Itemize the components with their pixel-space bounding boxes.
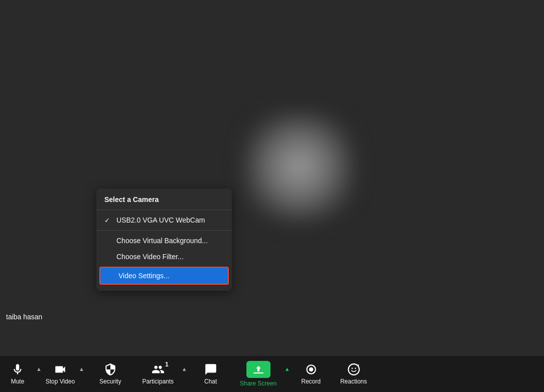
participants-icon: 1	[152, 363, 165, 376]
stop-video-button[interactable]: Stop Video	[43, 356, 78, 392]
participants-badge: 1	[165, 361, 169, 368]
stop-video-label: Stop Video	[46, 378, 75, 385]
virtual-bg-item[interactable]: ✓ Choose Virtual Background...	[96, 233, 232, 249]
participants-group: 1 Participants ▲	[135, 356, 188, 392]
video-filter-item[interactable]: ✓ Choose Video Filter...	[96, 249, 232, 265]
svg-point-7	[358, 364, 359, 365]
video-settings-label: Video Settings...	[118, 272, 170, 280]
video-blur-shape	[244, 112, 354, 222]
mute-button[interactable]: Mute	[0, 356, 35, 392]
mute-icon	[11, 363, 24, 376]
participants-label: Participants	[142, 378, 174, 385]
record-icon	[305, 363, 318, 376]
participants-chevron[interactable]: ▲	[181, 364, 188, 374]
stop-video-icon	[54, 363, 67, 376]
chat-label: Chat	[204, 378, 217, 385]
check-icon: ✓	[104, 217, 112, 224]
video-filter-label: Choose Video Filter...	[116, 253, 184, 261]
menu-divider-1	[96, 210, 232, 210]
camera-context-menu: Select a Camera ✓ USB2.0 VGA UVC WebCam …	[96, 188, 232, 291]
menu-divider-2	[96, 230, 232, 231]
virtual-bg-label: Choose Virtual Background...	[116, 237, 208, 245]
share-screen-label: Share Screen	[240, 380, 277, 387]
video-settings-item[interactable]: ✓ Video Settings...	[99, 267, 229, 285]
reactions-label: Reactions	[340, 378, 367, 385]
video-area: taiba hasan Select a Camera ✓ USB2.0 VGA…	[0, 0, 544, 356]
svg-point-6	[355, 368, 356, 369]
mute-chevron[interactable]: ▲	[35, 364, 43, 374]
security-button[interactable]: Security	[85, 356, 135, 392]
camera-option-item[interactable]: ✓ USB2.0 VGA UVC WebCam	[96, 212, 232, 228]
share-screen-icon	[246, 361, 270, 378]
share-screen-button[interactable]: Share Screen	[233, 356, 284, 392]
mute-group: Mute ▲	[0, 356, 43, 392]
reactions-button[interactable]: Reactions	[331, 356, 376, 392]
share-screen-group: Share Screen ▲	[233, 356, 291, 392]
record-button[interactable]: Record	[291, 356, 331, 392]
share-screen-chevron[interactable]: ▲	[284, 364, 291, 374]
record-label: Record	[301, 378, 321, 385]
camera-option-label: USB2.0 VGA UVC WebCam	[116, 216, 205, 224]
security-icon	[104, 363, 117, 376]
svg-point-3	[309, 367, 313, 372]
mute-label: Mute	[11, 378, 25, 385]
svg-rect-1	[253, 372, 263, 373]
participant-name: taiba hasan	[6, 313, 42, 321]
participants-button[interactable]: 1 Participants	[135, 356, 181, 392]
stop-video-group: Stop Video ▲	[43, 356, 85, 392]
chat-icon	[204, 363, 217, 376]
toolbar: Mute ▲ Stop Video ▲ Security	[0, 356, 544, 392]
security-label: Security	[99, 378, 121, 385]
stop-video-chevron[interactable]: ▲	[78, 364, 85, 374]
svg-point-5	[351, 368, 353, 369]
menu-title: Select a Camera	[96, 192, 232, 208]
chat-button[interactable]: Chat	[188, 356, 233, 392]
reactions-icon	[347, 363, 360, 376]
